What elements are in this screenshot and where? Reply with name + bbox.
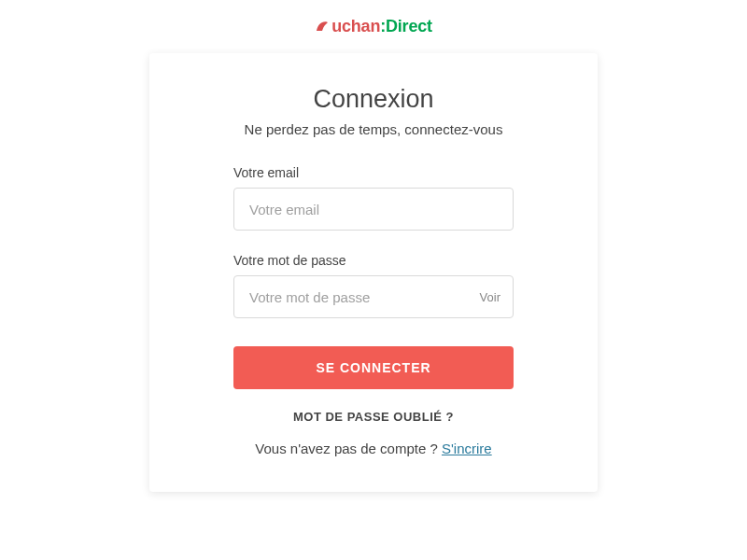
page-subtitle: Ne perdez pas de temps, connectez-vous <box>245 121 503 137</box>
page-title: Connexion <box>313 85 433 114</box>
password-wrapper: Voir <box>233 275 514 318</box>
forgot-password-link[interactable]: MOT DE PASSE OUBLIÉ ? <box>293 410 454 424</box>
email-field-group: Votre email <box>233 165 514 231</box>
signup-prompt: Vous n'avez pas de compte ? <box>255 441 442 456</box>
show-password-button[interactable]: Voir <box>480 290 500 304</box>
password-input[interactable] <box>233 275 514 318</box>
email-input[interactable] <box>233 188 514 231</box>
submit-button[interactable]: SE CONNECTER <box>233 346 514 389</box>
password-field-group: Votre mot de passe Voir <box>233 253 514 318</box>
logo-direct-text: Direct <box>386 17 432 35</box>
logo-auchan-text: uchan <box>331 17 380 35</box>
login-card: Connexion Ne perdez pas de temps, connec… <box>149 53 598 492</box>
signup-row: Vous n'avez pas de compte ? S'incrire <box>255 441 491 456</box>
email-label: Votre email <box>233 165 514 180</box>
brand-logo: uchan:Direct <box>315 17 432 38</box>
bird-icon <box>315 19 330 38</box>
password-label: Votre mot de passe <box>233 253 514 268</box>
signup-link[interactable]: S'incrire <box>442 441 492 456</box>
